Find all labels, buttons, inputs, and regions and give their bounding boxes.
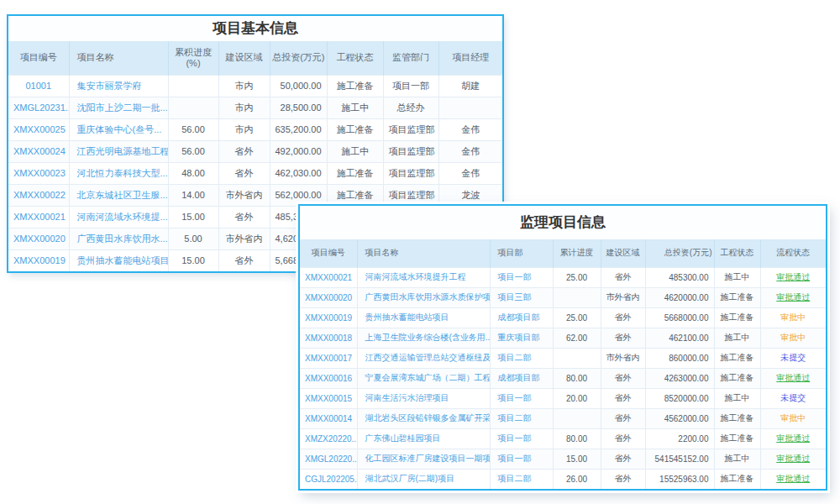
cell-name[interactable]: 宁夏会展湾东城广场（二期）工程	[357, 368, 490, 388]
cell-code[interactable]: XMXX00021	[8, 206, 69, 228]
cell-department[interactable]: 项目一部	[490, 449, 553, 469]
cell-code[interactable]: XMXX00014	[300, 408, 357, 428]
cell-flow[interactable]: 审批通过	[760, 267, 826, 287]
cell-name[interactable]: 广西黄田水库饮用水...	[69, 228, 168, 249]
cell-name[interactable]: 贵州抽水蓄能电站项目	[357, 307, 490, 328]
table-row: XMXX00015河南生活污水治理项目项目一部20.00省外8520000.00…	[300, 388, 826, 408]
cell-department[interactable]: 项目二部	[490, 408, 553, 428]
cell-name[interactable]: 河南河流域水环境提...	[69, 206, 168, 228]
cell-department: 项目监理部	[383, 184, 438, 206]
table-row: XMXX00021河南河流域水环境提升工程项目一部25.00省外485300.0…	[300, 267, 826, 287]
cell-investment: 4263000.00	[645, 368, 714, 388]
cell-manager: 金伟	[438, 162, 502, 184]
cell-code[interactable]: XMXX00019	[300, 307, 357, 328]
cell-code[interactable]: CGJL202205...	[300, 469, 357, 489]
cell-name[interactable]: 化工园区标准厂房建设项目一期项目	[357, 449, 490, 469]
cell-name[interactable]: 贵州抽水蓄能电站项目	[69, 249, 168, 271]
column-header-investment: 总投资(万元)	[270, 41, 327, 75]
cell-code[interactable]: 01001	[8, 75, 69, 97]
cell-name[interactable]: 广西黄田水库饮用水源水质保护项目	[357, 287, 490, 307]
cell-code[interactable]: XMXX00016	[300, 368, 357, 388]
table-row: XMXX00014湖北岩头区段铅锌银多金属矿开采...项目二部省外4562000…	[300, 408, 826, 428]
cell-progress: 14.00	[168, 184, 218, 206]
cell-department[interactable]: 项目一部	[490, 428, 553, 449]
cell-department[interactable]: 项目二部	[490, 469, 553, 489]
cell-name[interactable]: 广东佛山碧桂园项目	[357, 428, 490, 449]
cell-code[interactable]: XMGL20231...	[8, 97, 69, 118]
cell-investment: 15525963.00	[645, 469, 714, 489]
cell-name[interactable]: 江西交通运输管理总站交通枢纽及...	[357, 348, 490, 368]
cell-code[interactable]: XMXX00019	[8, 249, 69, 271]
cell-flow[interactable]: 审批通过	[760, 449, 826, 469]
cell-name[interactable]: 河北恒力泰科技大型...	[69, 162, 168, 184]
table-row: XMXX00017江西交通运输管理总站交通枢纽及...项目二部市外省内86000…	[300, 348, 826, 368]
cell-code[interactable]: XMXX00023	[8, 162, 69, 184]
cell-department[interactable]: 项目一部	[490, 388, 553, 408]
cell-code[interactable]: XMXX00025	[8, 118, 69, 140]
cell-status: 施工准备	[714, 287, 760, 307]
cell-name[interactable]: 重庆体验中心(叁号...	[69, 118, 168, 140]
column-header-progress: 累计进度	[553, 239, 601, 267]
cell-code[interactable]: XMXX00017	[300, 348, 357, 368]
cell-region: 省外	[218, 140, 270, 162]
cell-region: 市内	[218, 97, 270, 118]
table-row: 01001集安市丽景学府市内50,000.00施工准备项目一部胡建	[8, 75, 502, 97]
cell-progress	[168, 75, 218, 97]
cell-department[interactable]: 项目二部	[490, 348, 553, 368]
cell-flow[interactable]: 审批通过	[760, 287, 826, 307]
cell-investment: 2200.00	[645, 428, 714, 449]
cell-investment: 492,000.00	[270, 140, 327, 162]
table-row: XMXX00016宁夏会展湾东城广场（二期）工程成都项目部80.00省外4263…	[300, 368, 826, 388]
cell-code[interactable]: XMXX00015	[300, 388, 357, 408]
column-header-flow: 流程状态	[760, 239, 826, 267]
cell-department[interactable]: 重庆项目部	[490, 328, 553, 348]
cell-name[interactable]: 沈阳市上沙二期一批...	[69, 97, 168, 118]
cell-code[interactable]: XMZX20220...	[300, 428, 357, 449]
supervision-table-body: XMXX00021河南河流域水环境提升工程项目一部25.00省外485300.0…	[300, 267, 826, 489]
cell-region: 省外	[601, 428, 645, 449]
cell-name[interactable]: 上海卫生院业务综合楼(含业务用...	[357, 328, 490, 348]
cell-name[interactable]: 河南河流域水环境提升工程	[357, 267, 490, 287]
cell-code[interactable]: XMGL20220...	[300, 449, 357, 469]
cell-flow: 审批中	[760, 307, 826, 328]
column-header-department: 项目部	[490, 239, 553, 267]
cell-name[interactable]: 河南生活污水治理项目	[357, 388, 490, 408]
column-header-region: 建设区域	[601, 239, 645, 267]
cell-manager	[438, 97, 502, 118]
cell-department[interactable]: 项目三部	[490, 287, 553, 307]
cell-name[interactable]: 北京东城社区卫生服...	[69, 184, 168, 206]
cell-department: 项目监理部	[383, 140, 438, 162]
column-header-department: 监管部门	[383, 41, 438, 75]
cell-region: 市外省内	[601, 287, 645, 307]
cell-code[interactable]: XMXX00021	[300, 267, 357, 287]
cell-flow: 审批中	[760, 408, 826, 428]
cell-name[interactable]: 湖北武汉厂房(二期)项目	[357, 469, 490, 489]
cell-region: 市内	[218, 75, 270, 97]
column-header-name: 项目名称	[357, 239, 490, 267]
cell-flow[interactable]: 审批通过	[760, 368, 826, 388]
cell-investment: 462100.00	[645, 328, 714, 348]
cell-progress	[168, 97, 218, 118]
cell-department[interactable]: 项目一部	[490, 267, 553, 287]
cell-name[interactable]: 湖北岩头区段铅锌银多金属矿开采...	[357, 408, 490, 428]
cell-progress: 80.00	[553, 368, 601, 388]
cell-region: 省外	[601, 328, 645, 348]
table-row: XMXX00025重庆体验中心(叁号...56.00市内635,200.00施工…	[8, 118, 502, 140]
cell-status: 施工准备	[327, 184, 383, 206]
cell-code[interactable]: XMXX00022	[8, 184, 69, 206]
cell-region: 市外省内	[218, 228, 270, 249]
cell-code[interactable]: XMXX00020	[8, 228, 69, 249]
table-row: XMGL20220...化工园区标准厂房建设项目一期项目项目一部15.00省外5…	[300, 449, 826, 469]
column-header-code: 项目编号	[8, 41, 69, 75]
cell-department[interactable]: 成都项目部	[490, 307, 553, 328]
cell-flow[interactable]: 审批通过	[760, 469, 826, 489]
cell-investment: 541545152.00	[645, 449, 714, 469]
cell-manager: 金伟	[438, 140, 502, 162]
cell-name[interactable]: 江西光明电源基地工程	[69, 140, 168, 162]
cell-department[interactable]: 成都项目部	[490, 368, 553, 388]
cell-code[interactable]: XMXX00018	[300, 328, 357, 348]
cell-code[interactable]: XMXX00020	[300, 287, 357, 307]
cell-code[interactable]: XMXX00024	[8, 140, 69, 162]
cell-flow[interactable]: 审批通过	[760, 428, 826, 449]
cell-name[interactable]: 集安市丽景学府	[69, 75, 168, 97]
